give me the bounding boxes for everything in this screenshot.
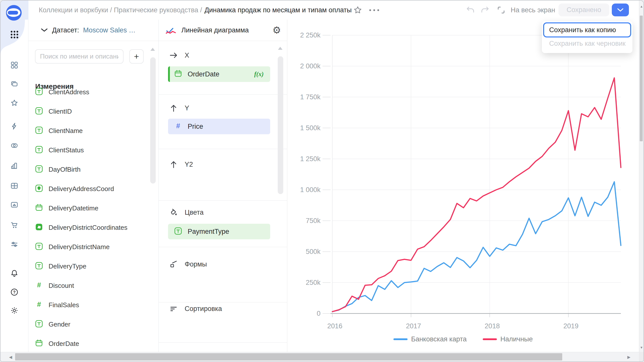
dataset-field-row[interactable]: DeliveryDistrictCoordinates <box>35 222 146 233</box>
nav-charts-icon[interactable] <box>10 162 18 170</box>
field-name: DeliveryAddressCoord <box>49 185 114 193</box>
dataset-panel-scrollbar[interactable] <box>150 57 156 184</box>
chevron-down-icon[interactable] <box>41 28 48 32</box>
nav-collections-icon[interactable] <box>10 80 18 88</box>
horizontal-scrollbar[interactable]: ◀ ▶ <box>1 352 639 361</box>
dataset-field-row[interactable]: DeliveryDatetime <box>35 203 146 213</box>
field-name: FinalSales <box>49 301 79 309</box>
nav-service-settings-icon[interactable] <box>10 240 18 248</box>
nav-favorites-icon[interactable] <box>10 99 18 107</box>
fullscreen-label[interactable]: На весь экран <box>511 1 555 20</box>
dataset-field-row[interactable]: OrderDate <box>35 339 146 349</box>
svg-text:?: ? <box>13 290 16 294</box>
panel-scroll-up-icon[interactable] <box>150 48 155 51</box>
datalens-logo[interactable] <box>6 5 22 21</box>
dataset-field-row[interactable]: DeliveryType <box>35 261 146 271</box>
section-shapes-label: Формы <box>185 260 207 268</box>
save-menu: Сохранить как копию Сохранить как чернов… <box>542 21 632 53</box>
scroll-left-arrow-icon[interactable]: ◀ <box>9 352 12 362</box>
text-field-icon <box>35 87 43 97</box>
dataset-header: Датасет: Moscow Sales … <box>28 20 158 41</box>
dataset-label: Датасет: <box>52 26 79 34</box>
formula-fx-icon[interactable]: f(x) <box>254 71 264 78</box>
horizontal-scroll-thumb[interactable] <box>15 353 562 360</box>
app-window: Коллекции и воркбуки / Практические руко… <box>0 0 644 362</box>
apps-grid-icon[interactable] <box>10 30 19 39</box>
nav-datasets-icon[interactable] <box>10 142 18 150</box>
dataset-field-row[interactable]: DeliveryDistrictName <box>35 242 146 252</box>
vertical-scrollbar[interactable]: ▲ ▼ <box>639 1 643 352</box>
chart-config-panel: Линейная диаграмма ⚙ X OrderDate f(x) Y … <box>159 20 287 352</box>
dataset-field-row[interactable]: ClientID <box>35 106 146 116</box>
favorite-star-icon[interactable] <box>352 1 363 20</box>
dataset-field-row[interactable]: Gender <box>35 319 146 329</box>
section-shapes: Формы <box>170 260 207 269</box>
panel-scroll-up-icon[interactable] <box>278 47 283 50</box>
dataset-field-row[interactable]: ClientName <box>35 126 146 136</box>
nav-marketplace-icon[interactable] <box>10 221 18 229</box>
field-chip-price[interactable]: # Price <box>168 119 270 134</box>
save-dropdown-button[interactable] <box>612 4 629 16</box>
redo-icon[interactable] <box>480 1 490 20</box>
legend-item[interactable]: Наличные <box>483 335 533 343</box>
section-y: Y <box>170 104 189 113</box>
text-type-icon <box>174 227 182 236</box>
chart-preview-area: 0250k500k750k1 000k1 250k1 500k1 750k2 0… <box>287 20 639 352</box>
dataset-name-link[interactable]: Moscow Sales … <box>83 26 136 34</box>
legend-item[interactable]: Банковская карта <box>393 335 467 343</box>
more-actions-icon[interactable] <box>368 1 380 20</box>
nav-dashboards-icon[interactable] <box>10 61 18 69</box>
chart-settings-gear-icon[interactable]: ⚙ <box>272 25 281 35</box>
nav-connections-icon[interactable] <box>10 122 18 130</box>
field-name: DeliveryDatetime <box>49 204 98 212</box>
dataset-field-row[interactable]: DeliveryAddressCoord <box>35 184 146 194</box>
field-name: ClientAddress <box>49 88 89 96</box>
series-line-Наличные <box>332 78 621 312</box>
section-y2: Y2 <box>170 160 193 169</box>
settings-gear-icon[interactable] <box>10 306 18 314</box>
field-name: DayOfBirth <box>49 166 80 173</box>
arrow-up-icon <box>170 160 178 168</box>
chart-type-header: Линейная диаграмма ⚙ <box>159 20 287 41</box>
field-name: Gender <box>49 321 70 328</box>
vertical-scroll-thumb[interactable] <box>640 16 643 141</box>
field-name: DeliveryDistrictCoordinates <box>49 224 128 232</box>
breadcrumb: Коллекции и воркбуки / Практические руко… <box>39 1 352 20</box>
svg-text:2 000k: 2 000k <box>300 62 321 70</box>
field-search-input[interactable] <box>35 49 124 64</box>
field-chip-orderdate[interactable]: OrderDate f(x) <box>168 66 270 82</box>
chart-type-label[interactable]: Линейная диаграмма <box>181 26 249 34</box>
svg-text:1 750k: 1 750k <box>300 93 321 101</box>
svg-text:2019: 2019 <box>563 322 578 330</box>
config-panel-scrollbar[interactable] <box>278 56 283 194</box>
scroll-right-arrow-icon[interactable]: ▶ <box>627 352 630 362</box>
fullscreen-icon[interactable] <box>496 1 507 20</box>
svg-text:1 500k: 1 500k <box>300 124 321 132</box>
menu-item-save-as-copy[interactable]: Сохранить как копию <box>543 22 631 37</box>
saved-button[interactable]: Сохранено <box>558 4 609 16</box>
undo-icon[interactable] <box>465 1 475 20</box>
field-chip-paymenttype[interactable]: PaymentType <box>168 224 270 239</box>
text-field-icon <box>35 126 43 135</box>
dataset-field-row[interactable]: #FinalSales <box>35 300 146 310</box>
line-chart-type-icon <box>165 25 177 35</box>
section-y-label: Y <box>185 104 189 112</box>
svg-text:#: # <box>176 122 180 130</box>
dataset-field-row[interactable]: ClientAddress <box>35 87 146 97</box>
notifications-bell-icon[interactable] <box>10 269 18 277</box>
help-icon[interactable]: ? <box>10 288 18 296</box>
nav-tables-icon[interactable] <box>10 182 18 190</box>
dataset-field-row[interactable]: DayOfBirth <box>35 164 146 174</box>
line-chart[interactable]: 0250k500k750k1 000k1 250k1 500k1 750k2 0… <box>287 20 639 352</box>
nav-media-folder-icon[interactable] <box>10 201 18 209</box>
dataset-field-row[interactable]: #Discount <box>35 281 146 291</box>
breadcrumb-path[interactable]: Коллекции и воркбуки / Практические руко… <box>39 6 202 14</box>
text-field-icon <box>35 165 43 174</box>
field-name: OrderDate <box>49 340 79 348</box>
dataset-field-row[interactable]: ClientStatus <box>35 145 146 155</box>
add-field-button[interactable]: + <box>129 49 144 64</box>
scroll-down-arrow-icon[interactable]: ▼ <box>639 346 644 349</box>
field-name: DeliveryType <box>49 262 86 270</box>
field-name: ClientStatus <box>49 146 84 154</box>
scroll-up-arrow-icon[interactable]: ▲ <box>639 5 644 8</box>
